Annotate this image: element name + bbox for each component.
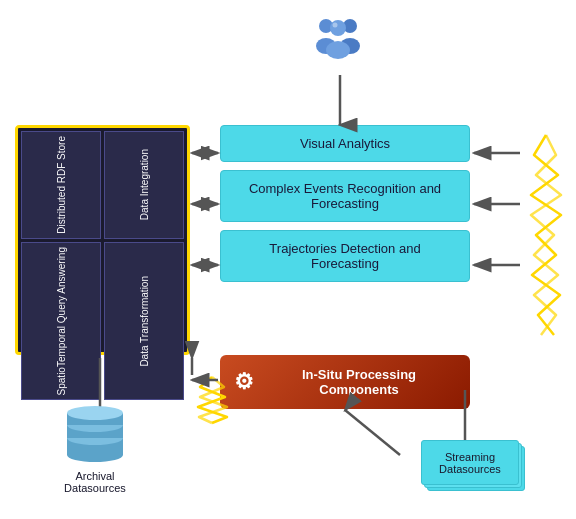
svg-point-29 xyxy=(67,406,123,420)
svg-point-4 xyxy=(330,20,346,36)
analytics-boxes: Visual Analytics Complex Events Recognit… xyxy=(220,125,470,282)
data-transformation-label: Data Transformation xyxy=(138,276,151,367)
spatiotemporal-cell: SpatioTemporal Query Answering xyxy=(21,242,101,400)
data-integration-cell: Data Integration xyxy=(104,131,184,239)
trajectories-label: Trajectories Detection and Forecasting xyxy=(269,241,420,271)
spatiotemporal-label: SpatioTemporal Query Answering xyxy=(55,247,68,395)
svg-point-5 xyxy=(326,41,350,59)
streaming-label: StreamingDatasources xyxy=(439,451,501,475)
waveform-right xyxy=(526,130,566,340)
insitu-box: ⚙ In-Situ Processing Components xyxy=(220,355,470,409)
gear-icon: ⚙ xyxy=(234,369,254,395)
data-transformation-cell: Data Transformation xyxy=(104,242,184,400)
archival-label: ArchivalDatasources xyxy=(55,470,135,494)
svg-line-21 xyxy=(345,410,400,455)
users-icon xyxy=(308,8,368,68)
streaming-datasources: StreamingDatasources xyxy=(421,440,531,499)
visual-analytics-box: Visual Analytics xyxy=(220,125,470,162)
waveform-small xyxy=(195,375,230,425)
svg-point-6 xyxy=(333,23,338,28)
data-integration-label: Data Integration xyxy=(138,149,151,220)
main-diagram: Distributed RDF Store Data Integration S… xyxy=(0,0,576,519)
complex-events-label: Complex Events Recognition and Forecasti… xyxy=(249,181,441,211)
storage-box: Distributed RDF Store Data Integration S… xyxy=(15,125,190,355)
distributed-rdf-cell: Distributed RDF Store xyxy=(21,131,101,239)
complex-events-box: Complex Events Recognition and Forecasti… xyxy=(220,170,470,222)
distributed-rdf-label: Distributed RDF Store xyxy=(55,136,68,234)
insitu-label: In-Situ Processing Components xyxy=(262,367,456,397)
trajectories-box: Trajectories Detection and Forecasting xyxy=(220,230,470,282)
archival-datasources: ArchivalDatasources xyxy=(55,403,135,494)
